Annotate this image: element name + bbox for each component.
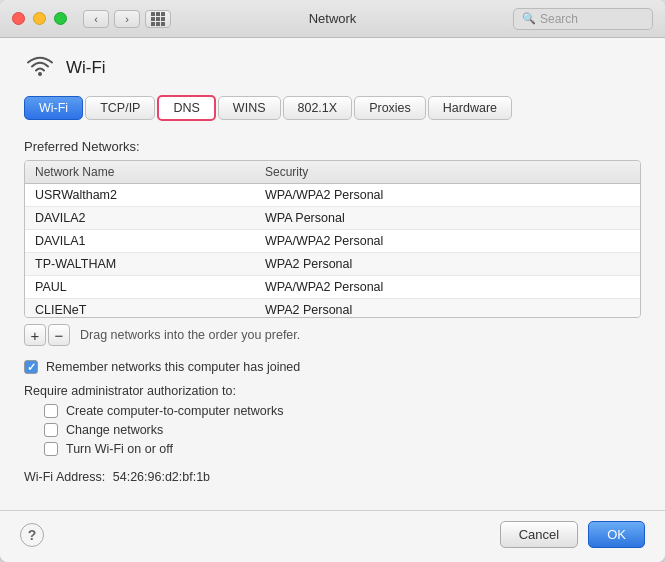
checkmark-icon: ✓ <box>27 361 36 374</box>
option-label-1: Change networks <box>66 423 163 437</box>
bottom-bar: ? Cancel OK <box>0 510 665 562</box>
networks-table: Network Name Security USRWaltham2 WPA/WP… <box>24 160 641 318</box>
tab-8021x[interactable]: 802.1X <box>283 96 353 120</box>
traffic-lights <box>12 12 67 25</box>
wifi-address-label: Wi-Fi Address: <box>24 470 105 484</box>
tab-wifi[interactable]: Wi-Fi <box>24 96 83 120</box>
content: Wi-Fi Wi-Fi TCP/IP DNS WINS 802.1X Proxi… <box>0 38 665 510</box>
option-checkbox-0[interactable] <box>44 404 58 418</box>
table-row[interactable]: USRWaltham2 WPA/WPA2 Personal <box>25 184 640 207</box>
options-group: Create computer-to-computer networks Cha… <box>44 404 641 456</box>
wifi-address-value: 54:26:96:d2:bf:1b <box>113 470 210 484</box>
remember-checkbox[interactable]: ✓ <box>24 360 38 374</box>
wifi-icon <box>24 54 56 81</box>
col-header-security: Security <box>255 161 640 183</box>
table-row[interactable]: TP-WALTHAM WPA2 Personal <box>25 253 640 276</box>
close-button[interactable] <box>12 12 25 25</box>
option-row-1[interactable]: Change networks <box>44 423 641 437</box>
tabs: Wi-Fi TCP/IP DNS WINS 802.1X Proxies Har… <box>24 95 641 121</box>
add-remove-bar: + − Drag networks into the order you pre… <box>24 324 641 346</box>
window-title: Network <box>309 11 357 26</box>
table-body: USRWaltham2 WPA/WPA2 Personal DAVILA2 WP… <box>25 184 640 317</box>
networks-section-label: Preferred Networks: <box>24 139 641 154</box>
svg-point-0 <box>38 72 42 76</box>
grid-button[interactable] <box>145 10 171 28</box>
help-button[interactable]: ? <box>20 523 44 547</box>
back-button[interactable]: ‹ <box>83 10 109 28</box>
tab-hardware[interactable]: Hardware <box>428 96 512 120</box>
search-box[interactable]: 🔍 Search <box>513 8 653 30</box>
table-row[interactable]: DAVILA2 WPA Personal <box>25 207 640 230</box>
option-row-2[interactable]: Turn Wi-Fi on or off <box>44 442 641 456</box>
tab-proxies[interactable]: Proxies <box>354 96 426 120</box>
title-bar: ‹ › Network 🔍 Search <box>0 0 665 38</box>
wifi-label: Wi-Fi <box>66 58 106 78</box>
header-row: Wi-Fi <box>24 54 641 81</box>
search-placeholder: Search <box>540 12 578 26</box>
remember-checkbox-row[interactable]: ✓ Remember networks this computer has jo… <box>24 360 641 374</box>
nav-buttons: ‹ › <box>83 10 140 28</box>
window: ‹ › Network 🔍 Search <box>0 0 665 562</box>
table-header: Network Name Security <box>25 161 640 184</box>
maximize-button[interactable] <box>54 12 67 25</box>
option-label-2: Turn Wi-Fi on or off <box>66 442 173 456</box>
require-label: Require administrator authorization to: <box>24 384 641 398</box>
tab-wins[interactable]: WINS <box>218 96 281 120</box>
minimize-button[interactable] <box>33 12 46 25</box>
ok-button[interactable]: OK <box>588 521 645 548</box>
grid-icon <box>151 12 165 26</box>
option-checkbox-2[interactable] <box>44 442 58 456</box>
remove-network-button[interactable]: − <box>48 324 70 346</box>
option-checkbox-1[interactable] <box>44 423 58 437</box>
forward-button[interactable]: › <box>114 10 140 28</box>
add-network-button[interactable]: + <box>24 324 46 346</box>
col-header-name: Network Name <box>25 161 255 183</box>
wifi-address-row: Wi-Fi Address: 54:26:96:d2:bf:1b <box>24 470 641 484</box>
search-icon: 🔍 <box>522 12 536 25</box>
drag-hint: Drag networks into the order you prefer. <box>80 328 300 342</box>
tab-tcpip[interactable]: TCP/IP <box>85 96 155 120</box>
table-row[interactable]: DAVILA1 WPA/WPA2 Personal <box>25 230 640 253</box>
remember-checkbox-label: Remember networks this computer has join… <box>46 360 300 374</box>
option-row-0[interactable]: Create computer-to-computer networks <box>44 404 641 418</box>
cancel-button[interactable]: Cancel <box>500 521 578 548</box>
option-label-0: Create computer-to-computer networks <box>66 404 283 418</box>
table-row[interactable]: PAUL WPA/WPA2 Personal <box>25 276 640 299</box>
tab-dns[interactable]: DNS <box>157 95 215 121</box>
table-row[interactable]: CLIENeT WPA2 Personal <box>25 299 640 317</box>
